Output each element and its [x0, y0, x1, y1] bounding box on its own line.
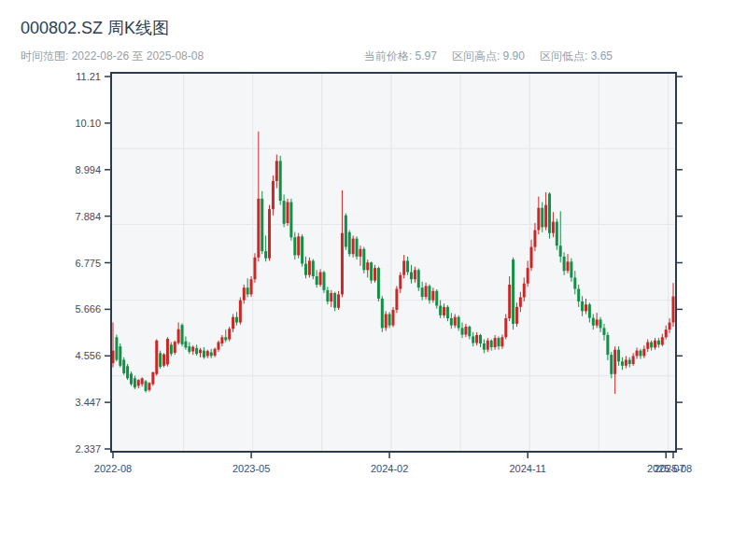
candle [268, 205, 271, 261]
candle [301, 234, 303, 267]
candle [126, 364, 129, 380]
candle [159, 351, 162, 369]
candle [287, 199, 289, 226]
candle [155, 340, 158, 376]
candle [512, 258, 514, 329]
candle [145, 380, 148, 393]
x-tick-label: 2022-08 [94, 463, 132, 474]
y-tick-label: 8.994 [75, 164, 101, 175]
candle [348, 231, 351, 257]
candle [395, 286, 398, 313]
candle [181, 323, 184, 346]
kline-page: 000802.SZ 周K线图 时间范围: 2022-08-26 至 2025-0… [0, 0, 747, 560]
candle [548, 192, 551, 239]
y-tick-label: 6.775 [75, 258, 101, 269]
candle [239, 298, 242, 325]
y-tick-label: 5.666 [75, 303, 101, 315]
x-tick-label: 2024-11 [509, 463, 546, 474]
candle [377, 267, 380, 301]
candle [345, 214, 347, 250]
candle [250, 276, 253, 297]
candle [356, 236, 359, 259]
kline-chart: 11.2110.108.9947.8846.7755.6664.5563.447… [0, 0, 747, 504]
x-tick-label: 2025-08 [655, 463, 692, 474]
y-tick-label: 4.556 [75, 350, 101, 361]
x-tick-label: 2024-02 [371, 463, 408, 474]
candle [381, 296, 384, 332]
candle [392, 307, 395, 328]
y-tick-label: 10.10 [75, 118, 101, 129]
candle [289, 199, 292, 241]
candle [370, 261, 373, 283]
y-tick-label: 11.21 [76, 71, 101, 82]
candle [166, 337, 169, 366]
candle [279, 156, 282, 205]
x-tick-label: 2023-05 [233, 463, 270, 474]
plot-area [111, 73, 676, 452]
candle [228, 327, 231, 342]
candle [417, 269, 420, 291]
candle [115, 335, 118, 362]
candle [151, 371, 154, 385]
candle [119, 343, 121, 368]
y-tick-label: 3.447 [75, 397, 101, 408]
candle [174, 341, 176, 355]
candle [556, 218, 558, 249]
candle [362, 247, 365, 273]
candle [297, 233, 300, 259]
candle [312, 259, 315, 280]
candle [253, 253, 256, 283]
candle [322, 271, 325, 293]
candle [162, 353, 165, 367]
y-tick-label: 7.884 [75, 211, 101, 222]
y-tick-label: 2.337 [75, 443, 101, 455]
x-axis: 2022-082023-052024-022024-112025-072025-… [94, 453, 692, 474]
candle [261, 191, 263, 254]
candle [122, 357, 125, 375]
